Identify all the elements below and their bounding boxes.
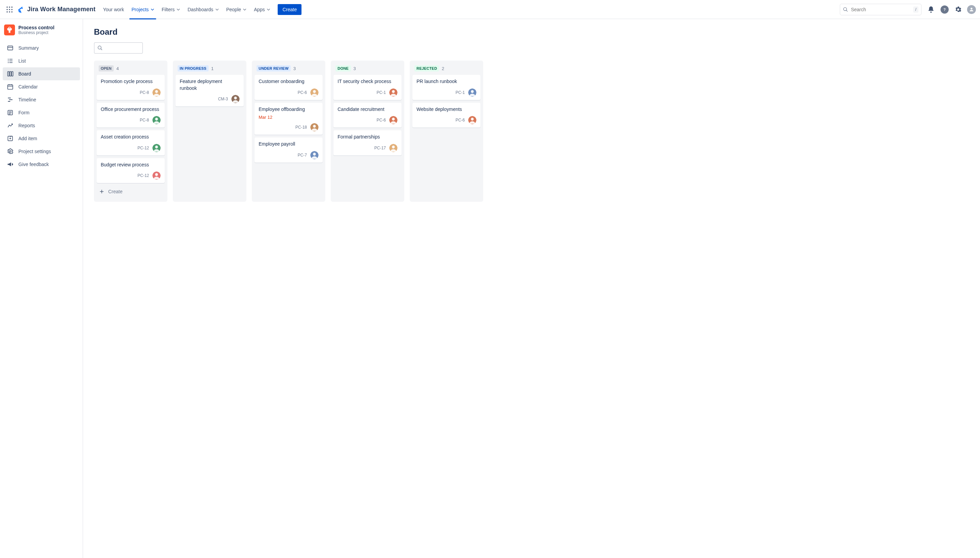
top-nav: Jira Work Management Your work Projects … bbox=[0, 0, 980, 19]
assignee-avatar bbox=[231, 95, 240, 103]
svg-point-6 bbox=[7, 11, 8, 13]
card-due-date: Mar 12 bbox=[259, 115, 318, 120]
board-search[interactable] bbox=[94, 42, 143, 54]
form-icon bbox=[7, 109, 14, 116]
board-icon bbox=[7, 71, 14, 77]
project-settings-icon bbox=[7, 148, 14, 155]
sidebar-item-timeline[interactable]: Timeline bbox=[3, 93, 80, 106]
column-header[interactable]: REJECTED 2 bbox=[412, 63, 481, 75]
chevron-down-icon bbox=[151, 8, 154, 11]
sidebar-item-board[interactable]: Board bbox=[3, 67, 80, 80]
column-count: 1 bbox=[211, 66, 214, 71]
sidebar-item-reports[interactable]: Reports bbox=[3, 119, 80, 132]
assignee-avatar bbox=[153, 89, 161, 97]
issue-card[interactable]: Asset creation process PC-12 bbox=[97, 130, 165, 156]
notifications-icon[interactable] bbox=[927, 5, 935, 14]
create-button[interactable]: Create bbox=[277, 4, 302, 15]
issue-card[interactable]: Budget review process PC-12 bbox=[97, 158, 165, 184]
create-issue-button[interactable]: Create bbox=[97, 186, 165, 197]
issue-card[interactable]: Candidate recruitment PC-6 bbox=[333, 103, 402, 128]
svg-rect-24 bbox=[8, 85, 13, 89]
nav-label: Your work bbox=[103, 7, 124, 12]
card-issue-key: PC-8 bbox=[140, 118, 149, 123]
issue-card[interactable]: Promotion cycle process PC-8 bbox=[97, 75, 165, 100]
sidebar-item-list[interactable]: List bbox=[3, 54, 80, 67]
column-header[interactable]: UNDER REVIEW 3 bbox=[254, 63, 323, 75]
nav-projects[interactable]: Projects bbox=[128, 4, 158, 15]
sidebar-item-label: Summary bbox=[18, 45, 39, 51]
issue-card[interactable]: Office procurement process PC-8 bbox=[97, 103, 165, 128]
plus-icon bbox=[98, 189, 105, 195]
svg-point-62 bbox=[392, 118, 395, 120]
svg-point-60 bbox=[392, 90, 395, 92]
svg-rect-23 bbox=[11, 71, 13, 76]
svg-point-38 bbox=[10, 151, 11, 153]
board-search-input[interactable] bbox=[103, 46, 140, 51]
issue-card[interactable]: Formal partnerships PC-17 bbox=[333, 130, 402, 156]
nav-apps[interactable]: Apps bbox=[250, 4, 274, 15]
svg-point-54 bbox=[313, 90, 316, 92]
svg-point-8 bbox=[11, 11, 13, 13]
card-title: Budget review process bbox=[101, 162, 161, 168]
svg-rect-21 bbox=[8, 71, 9, 76]
assignee-avatar bbox=[468, 89, 476, 97]
sidebar-item-label: Project settings bbox=[18, 149, 51, 154]
issue-card[interactable]: Customer onboarding PC-6 bbox=[254, 75, 323, 100]
svg-point-58 bbox=[313, 153, 316, 156]
column-header[interactable]: IN PROGRESS 1 bbox=[176, 63, 244, 75]
product-logo[interactable]: Jira Work Management bbox=[18, 6, 95, 13]
chevron-down-icon bbox=[267, 8, 270, 11]
sidebar: Process control Business project Summary… bbox=[0, 19, 83, 558]
sidebar-item-feedback[interactable]: Give feedback bbox=[3, 158, 80, 171]
card-issue-key: PC-6 bbox=[377, 118, 386, 123]
issue-card[interactable]: PR launch runbook PC-1 bbox=[412, 75, 481, 100]
assignee-avatar bbox=[310, 123, 318, 131]
nav-people[interactable]: People bbox=[223, 4, 250, 15]
help-icon[interactable]: ? bbox=[941, 5, 949, 14]
card-title: PR launch runbook bbox=[417, 78, 476, 85]
main-content: Board OPEN 4 Promotion cycle process PC-… bbox=[83, 19, 980, 558]
card-title: Asset creation process bbox=[101, 134, 161, 141]
product-name: Jira Work Management bbox=[27, 6, 95, 13]
global-search-input[interactable] bbox=[851, 7, 911, 12]
column-status-badge: IN PROGRESS bbox=[177, 65, 208, 71]
column-status-badge: OPEN bbox=[98, 65, 114, 71]
issue-card[interactable]: IT security check process PC-1 bbox=[333, 75, 402, 100]
nav-label: Dashboards bbox=[187, 7, 213, 12]
svg-point-39 bbox=[98, 46, 101, 49]
sidebar-item-settings[interactable]: Project settings bbox=[3, 145, 80, 158]
nav-dashboards[interactable]: Dashboards bbox=[184, 4, 222, 15]
profile-avatar[interactable] bbox=[967, 5, 976, 14]
column-header[interactable]: DONE 3 bbox=[333, 63, 402, 75]
column-header[interactable]: OPEN 4 bbox=[97, 63, 165, 75]
chevron-down-icon bbox=[215, 8, 219, 11]
assignee-avatar bbox=[468, 116, 476, 124]
issue-card[interactable]: Website deployments PC-6 bbox=[412, 103, 481, 128]
svg-point-44 bbox=[155, 118, 158, 120]
svg-point-5 bbox=[11, 9, 13, 10]
svg-point-1 bbox=[9, 7, 10, 8]
app-switcher-icon[interactable] bbox=[4, 4, 15, 15]
sidebar-item-label: Form bbox=[18, 110, 30, 115]
search-icon bbox=[97, 45, 103, 51]
project-header[interactable]: Process control Business project bbox=[3, 25, 80, 41]
card-issue-key: PC-12 bbox=[138, 173, 149, 178]
global-search[interactable]: / bbox=[840, 4, 921, 15]
timeline-icon bbox=[7, 96, 14, 103]
card-issue-key: PC-18 bbox=[295, 125, 307, 130]
sidebar-item-form[interactable]: Form bbox=[3, 106, 80, 119]
issue-card[interactable]: Employee payroll PC-7 bbox=[254, 138, 323, 162]
chevron-down-icon bbox=[243, 8, 246, 11]
svg-point-42 bbox=[155, 90, 158, 92]
svg-point-2 bbox=[11, 7, 13, 8]
issue-card[interactable]: Feature deployment runbook CM-3 bbox=[176, 75, 244, 107]
nav-filters[interactable]: Filters bbox=[158, 4, 184, 15]
sidebar-item-add[interactable]: Add item bbox=[3, 132, 80, 145]
settings-icon[interactable] bbox=[954, 5, 962, 14]
issue-card[interactable]: Employee offboarding Mar 12 PC-18 bbox=[254, 103, 323, 135]
sidebar-item-calendar[interactable]: Calendar bbox=[3, 80, 80, 93]
jira-logo-icon bbox=[18, 6, 25, 13]
svg-point-3 bbox=[7, 9, 8, 10]
sidebar-item-summary[interactable]: Summary bbox=[3, 41, 80, 54]
nav-your-work[interactable]: Your work bbox=[100, 4, 128, 15]
